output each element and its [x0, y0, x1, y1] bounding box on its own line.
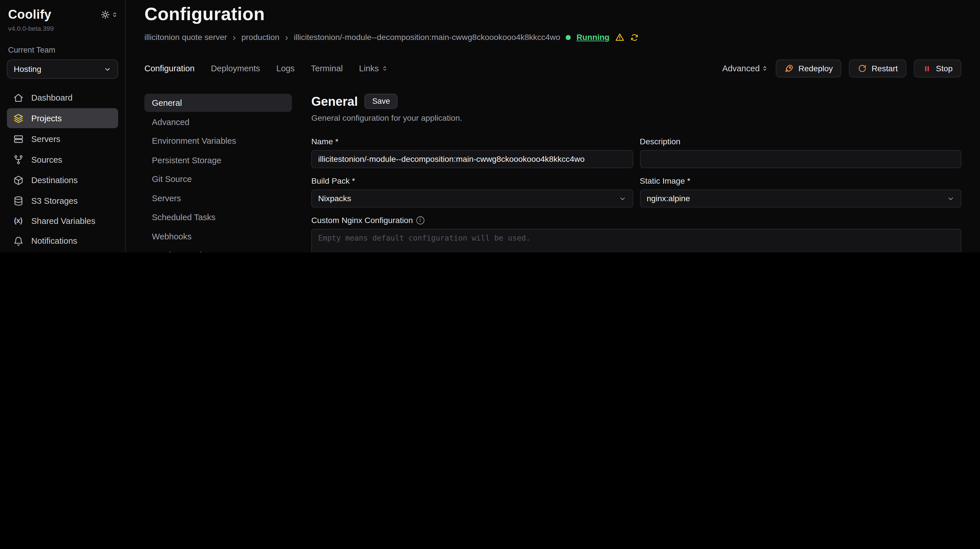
name-input[interactable] — [311, 150, 633, 168]
breadcrumb-environment[interactable]: production — [242, 32, 279, 42]
sidebar-nav: Dashboard Projects Servers Sources Desti… — [7, 88, 118, 253]
static-image-select[interactable]: nginx:alpine — [640, 189, 961, 207]
subnav-persistent-storage[interactable]: Persistent Storage — [144, 151, 292, 169]
brand-row: Coolify — [7, 6, 118, 22]
status-dot — [566, 35, 571, 40]
sidebar-item-servers[interactable]: Servers — [7, 129, 118, 149]
sidebar-item-label: Destinations — [31, 175, 78, 185]
page-title: Configuration — [144, 4, 961, 24]
chevron-right-icon — [233, 32, 236, 43]
breadcrumb-project[interactable]: illicitonion quote server — [144, 32, 227, 42]
restart-button[interactable]: Restart — [849, 59, 907, 78]
refresh-status-icon[interactable] — [630, 33, 639, 41]
tab-terminal[interactable]: Terminal — [311, 64, 343, 73]
current-team-label: Current Team — [8, 46, 118, 54]
chevron-down-icon — [104, 65, 111, 73]
layers-icon — [13, 113, 24, 124]
sidebar-item-sources[interactable]: Sources — [7, 150, 118, 170]
redeploy-label: Redeploy — [799, 64, 832, 73]
sun-icon — [100, 10, 110, 19]
section-subtitle: General configuration for your applicati… — [311, 113, 961, 123]
info-icon[interactable] — [416, 216, 424, 224]
restart-label: Restart — [872, 64, 898, 73]
theme-toggle[interactable] — [100, 10, 118, 19]
advanced-label: Advanced — [722, 64, 760, 73]
sidebar-item-keys-tokens[interactable]: Keys & Tokens — [7, 251, 118, 252]
chevron-updown-icon — [111, 11, 118, 18]
subnav-general[interactable]: General — [144, 94, 292, 112]
database-icon — [13, 196, 24, 206]
configuration-content: General Advanced Environment Variables P… — [144, 94, 961, 252]
advanced-dropdown[interactable]: Advanced — [722, 64, 768, 73]
redeploy-button[interactable]: Redeploy — [776, 59, 842, 78]
sidebar-item-label: Notifications — [31, 236, 77, 245]
bell-icon — [13, 236, 24, 246]
sidebar-item-shared-variables[interactable]: Shared Variables — [7, 211, 118, 230]
breadcrumb-application[interactable]: illicitestonion/-module--decomposition:m… — [294, 32, 560, 42]
sidebar: Coolify v4.0.0-beta.399 Current Team Hos… — [0, 0, 126, 252]
breadcrumb: illicitonion quote server production ill… — [144, 32, 961, 43]
tabs: Configuration Deployments Logs Terminal … — [144, 64, 388, 73]
app-logo: Coolify — [8, 8, 51, 22]
nginx-config-textarea[interactable] — [311, 229, 961, 252]
subnav-environment-variables[interactable]: Environment Variables — [144, 132, 292, 150]
build-pack-label: Build Pack * — [311, 176, 355, 186]
team-select-value: Hosting — [14, 64, 41, 74]
subnav-webhooks[interactable]: Webhooks — [144, 228, 292, 245]
sidebar-item-s3-storages[interactable]: S3 Storages — [7, 191, 118, 211]
stop-label: Stop — [936, 64, 953, 73]
git-fork-icon — [13, 154, 24, 165]
coolify-app: Coolify v4.0.0-beta.399 Current Team Hos… — [0, 0, 980, 252]
sidebar-item-destinations[interactable]: Destinations — [7, 170, 118, 190]
section-title-general: General — [311, 94, 358, 108]
box-icon — [13, 175, 24, 185]
rocket-icon — [785, 64, 794, 73]
stop-button[interactable]: Stop — [914, 59, 961, 78]
sidebar-item-label: Sources — [31, 154, 62, 164]
description-label: Description — [640, 137, 680, 146]
subnav-preview-deployments[interactable]: Preview Deployments — [144, 246, 292, 252]
subnav-advanced[interactable]: Advanced — [144, 113, 292, 131]
sidebar-item-notifications[interactable]: Notifications — [7, 231, 118, 251]
sidebar-item-dashboard[interactable]: Dashboard — [7, 88, 118, 108]
subnav-servers[interactable]: Servers — [144, 189, 292, 207]
chevron-right-icon — [285, 32, 288, 43]
static-image-value: nginx:alpine — [647, 194, 690, 203]
chevron-down-icon — [947, 195, 955, 202]
subnav-git-source[interactable]: Git Source — [144, 170, 292, 188]
tab-bar: Configuration Deployments Logs Terminal … — [144, 59, 961, 78]
tab-logs[interactable]: Logs — [277, 64, 295, 73]
static-image-label: Static Image * — [640, 176, 690, 186]
header-actions: Advanced Redeploy Restart Stop — [722, 59, 961, 78]
tab-links-label: Links — [359, 64, 379, 73]
name-label: Name * — [311, 137, 338, 146]
team-select[interactable]: Hosting — [7, 59, 118, 79]
sidebar-item-label: Dashboard — [31, 93, 73, 102]
variables-icon — [13, 216, 24, 225]
sidebar-item-label: Servers — [31, 134, 60, 144]
description-input[interactable] — [640, 150, 961, 168]
status-badge[interactable]: Running — [576, 32, 609, 42]
app-version: v4.0.0-beta.399 — [8, 24, 118, 32]
home-icon — [13, 92, 24, 103]
settings-subnav: General Advanced Environment Variables P… — [144, 94, 292, 252]
subnav-scheduled-tasks[interactable]: Scheduled Tasks — [144, 208, 292, 226]
tab-deployments[interactable]: Deployments — [211, 64, 260, 73]
build-pack-value: Nixpacks — [318, 194, 351, 203]
pause-icon — [923, 64, 931, 73]
tab-links[interactable]: Links — [359, 64, 388, 73]
chevron-down-icon — [619, 195, 626, 202]
sidebar-item-projects[interactable]: Projects — [7, 108, 118, 128]
sidebar-item-label: Shared Variables — [31, 216, 95, 225]
build-pack-select[interactable]: Nixpacks — [311, 189, 633, 207]
server-icon — [13, 134, 24, 144]
sidebar-item-label: Projects — [31, 113, 62, 123]
chevron-updown-icon — [381, 65, 388, 72]
save-button[interactable]: Save — [365, 94, 398, 109]
chevron-updown-icon — [762, 65, 768, 72]
general-form: General Save General configuration for y… — [311, 94, 961, 252]
warning-icon[interactable] — [615, 32, 625, 42]
restart-icon — [858, 64, 867, 73]
sidebar-item-label: S3 Storages — [31, 196, 78, 205]
tab-configuration[interactable]: Configuration — [144, 64, 194, 73]
